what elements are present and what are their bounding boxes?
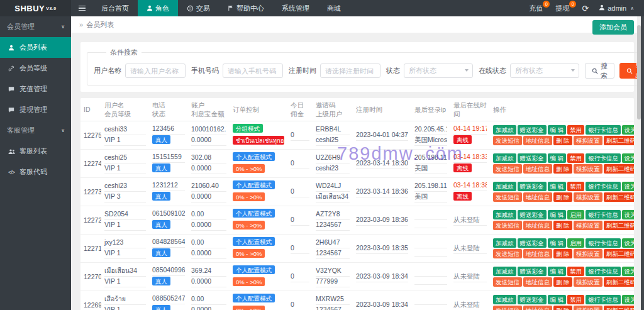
nav-item-trade[interactable]: 交易	[178, 0, 219, 16]
nav-item-help-center[interactable]: 帮助中心	[219, 0, 273, 16]
action-button-add-deduct[interactable]: 加减款	[493, 182, 516, 191]
action-button-refresh-qrcode[interactable]: 刷新二维码	[604, 249, 634, 258]
action-button-edit[interactable]: 编 辑	[548, 267, 567, 276]
action-button-delete[interactable]: 删 除	[553, 221, 572, 230]
sidebar-group-0[interactable]: 会员管理∨	[0, 16, 71, 37]
action-button-add-deduct[interactable]: 加减款	[493, 295, 516, 304]
action-button-sim-settings[interactable]: 模拟设置	[574, 306, 602, 310]
order-sub-badge[interactable]: 0% - >0%	[233, 306, 265, 310]
action-button-set-fake[interactable]: 设为假人	[622, 238, 634, 248]
search-input-phone[interactable]	[223, 64, 283, 78]
action-button-refresh-qrcode[interactable]: 刷新二维码	[604, 136, 634, 145]
action-button-set-fake[interactable]: 设为假人	[622, 295, 634, 304]
action-button-send-sms[interactable]: 发送短信	[493, 221, 522, 230]
action-button-bank-card-info[interactable]: 银行卡信息	[586, 182, 621, 191]
action-button-toggle-enable[interactable]: 禁用	[567, 267, 584, 276]
action-button-add-deduct[interactable]: 加减款	[493, 238, 516, 248]
action-button-toggle-enable[interactable]: 禁用	[567, 125, 584, 135]
action-button-bank-card-info[interactable]: 银行卡信息	[586, 295, 621, 304]
action-button-toggle-enable[interactable]: 禁用	[567, 295, 584, 304]
order-sub-badge[interactable]: 0% - >0%	[233, 192, 265, 201]
order-mode-badge[interactable]: 个人配置模式	[233, 180, 275, 189]
order-mode-badge[interactable]: 分组模式	[233, 124, 263, 133]
action-button-send-sms[interactable]: 发送短信	[493, 164, 522, 174]
action-button-address-info[interactable]: 地址信息	[523, 221, 552, 230]
action-button-delete[interactable]: 删 除	[553, 136, 572, 145]
action-button-edit[interactable]: 编 辑	[548, 295, 567, 304]
action-button-send-sms[interactable]: 发送短信	[493, 192, 522, 202]
menu-toggle-icon[interactable]	[71, 0, 92, 16]
action-button-address-info[interactable]: 地址信息	[523, 249, 552, 258]
order-mode-badge[interactable]: 个人配置模式	[233, 294, 275, 302]
action-button-address-info[interactable]: 地址信息	[523, 164, 552, 174]
action-button-add-deduct[interactable]: 加减款	[493, 210, 516, 219]
action-button-bank-card-info[interactable]: 银行卡信息	[586, 153, 621, 163]
search-select-online-status[interactable]: 所有状态	[510, 64, 579, 78]
sidebar-item-recharge-mgmt[interactable]: 充值管理	[0, 79, 71, 99]
action-button-bank-card-info[interactable]: 银行卡信息	[586, 238, 621, 248]
action-button-edit[interactable]: 编 辑	[548, 125, 567, 135]
search-select-status[interactable]: 所有状态	[404, 64, 473, 78]
action-button-set-fake[interactable]: 设为假人	[622, 153, 634, 163]
action-button-address-info[interactable]: 地址信息	[523, 192, 552, 202]
sidebar-item-member-level[interactable]: 会员等级	[0, 58, 71, 79]
order-sub-badge[interactable]: ชำเป็นเปลเช่นทุกอลเลลที่	[233, 136, 284, 145]
nav-item-role[interactable]: 角色	[138, 0, 178, 16]
action-button-add-deduct[interactable]: 加减款	[493, 153, 516, 163]
app-logo[interactable]: SHBUYV3.0	[0, 0, 71, 16]
order-sub-badge[interactable]: 0% - >0%	[233, 277, 265, 286]
action-button-delete[interactable]: 删 除	[553, 277, 572, 287]
search-button[interactable]: 搜 索	[585, 63, 614, 79]
action-button-sim-settings[interactable]: 模拟设置	[574, 136, 602, 145]
action-button-sim-settings[interactable]: 模拟设置	[574, 249, 602, 258]
nav-item-dashboard[interactable]: 后台首页	[92, 0, 138, 16]
nav-recharge[interactable]: 充值0	[523, 0, 549, 16]
action-button-address-info[interactable]: 地址信息	[523, 277, 552, 287]
order-mode-badge[interactable]: 个人配置模式	[233, 237, 275, 246]
order-sub-badge[interactable]: 0% - >0%	[233, 221, 265, 230]
action-button-toggle-enable[interactable]: 启用	[567, 238, 584, 248]
action-button-address-info[interactable]: 地址信息	[523, 136, 552, 145]
action-button-gift-bonus[interactable]: 赠送彩金	[518, 182, 547, 191]
refresh-icon[interactable]: ⟳	[575, 4, 595, 13]
nav-item-mall[interactable]: 商城	[318, 0, 350, 16]
action-button-refresh-qrcode[interactable]: 刷新二维码	[604, 192, 634, 202]
action-button-delete[interactable]: 删 除	[553, 164, 572, 174]
action-button-address-info[interactable]: 地址信息	[523, 306, 552, 310]
action-button-refresh-qrcode[interactable]: 刷新二维码	[604, 221, 634, 230]
sidebar-item-member-list[interactable]: 会员列表	[0, 37, 71, 58]
sidebar-item-withdraw-mgmt[interactable]: 提现管理	[0, 99, 71, 120]
action-button-edit[interactable]: 编 辑	[548, 153, 567, 163]
action-button-set-fake[interactable]: 设为假人	[622, 125, 634, 135]
action-button-refresh-qrcode[interactable]: 刷新二维码	[604, 306, 634, 310]
action-button-send-sms[interactable]: 发送短信	[493, 249, 522, 258]
action-button-gift-bonus[interactable]: 赠送彩金	[518, 125, 547, 135]
nav-item-system[interactable]: 系统管理	[273, 0, 318, 16]
sidebar-item-service-code[interactable]: </>客服代码	[0, 162, 71, 182]
action-button-toggle-enable[interactable]: 启用	[567, 210, 584, 219]
action-button-bank-card-info[interactable]: 银行卡信息	[586, 210, 621, 219]
action-button-sim-settings[interactable]: 模拟设置	[574, 192, 602, 202]
action-button-toggle-enable[interactable]: 禁用	[567, 153, 584, 163]
action-button-gift-bonus[interactable]: 赠送彩金	[518, 210, 547, 219]
action-button-send-sms[interactable]: 发送短信	[493, 277, 522, 287]
action-button-edit[interactable]: 编 辑	[548, 238, 567, 248]
action-button-sim-settings[interactable]: 模拟设置	[574, 164, 602, 174]
order-sub-badge[interactable]: 0% - >0%	[233, 249, 265, 258]
order-sub-badge[interactable]: 0% - >0%	[233, 164, 265, 173]
action-button-gift-bonus[interactable]: 赠送彩金	[518, 153, 547, 163]
order-mode-badge[interactable]: 个人配置模式	[233, 209, 275, 218]
action-button-edit[interactable]: 编 辑	[548, 210, 567, 219]
action-button-sim-settings[interactable]: 模拟设置	[574, 277, 602, 287]
action-button-set-fake[interactable]: 设为假人	[622, 210, 634, 219]
nav-withdraw[interactable]: 提现0	[549, 0, 575, 16]
action-button-refresh-qrcode[interactable]: 刷新二维码	[604, 277, 634, 287]
action-button-add-deduct[interactable]: 加减款	[493, 267, 516, 276]
action-button-gift-bonus[interactable]: 赠送彩金	[518, 267, 547, 276]
search-input-reg-time[interactable]	[320, 64, 380, 78]
sidebar-item-service-list[interactable]: 客服列表	[0, 141, 71, 162]
action-button-toggle-enable[interactable]: 禁用	[567, 182, 584, 191]
action-button-delete[interactable]: 删 除	[553, 306, 572, 310]
action-button-gift-bonus[interactable]: 赠送彩金	[518, 295, 547, 304]
order-mode-badge[interactable]: 个人配置模式	[233, 265, 275, 274]
